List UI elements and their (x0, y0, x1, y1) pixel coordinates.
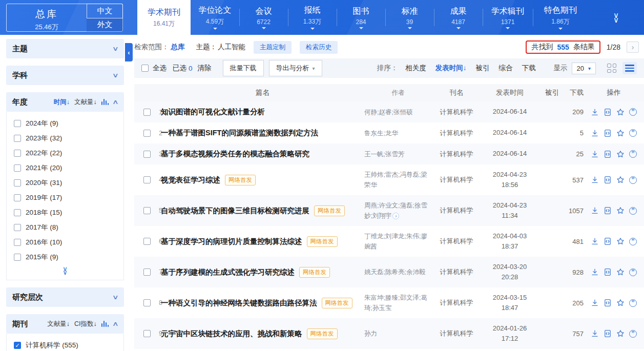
filter-header-subject[interactable]: 主题 ∨ (6, 39, 124, 58)
year-checkbox[interactable] (14, 254, 21, 261)
year-sort-by-time[interactable]: 时间↓ (54, 98, 70, 107)
chevron-up-icon[interactable]: ∧ (112, 98, 119, 106)
nav-tab-dissertations[interactable]: 学位论文 4.59万 (191, 0, 239, 35)
article-title-link[interactable]: 基于深度学习的病理切片质量控制算法综述 (161, 237, 302, 246)
batch-download-button[interactable]: 批量下载 (223, 60, 264, 76)
year-checkbox[interactable] (14, 150, 21, 157)
journal-name[interactable]: 计算机科学 (432, 267, 481, 277)
nav-tab-standards[interactable]: 标准 39 (385, 0, 434, 35)
article-title-link[interactable]: 知识图谱的可视化文献计量分析 (161, 107, 265, 117)
download-icon[interactable] (591, 150, 599, 158)
lang-tab-foreign[interactable]: 外文 (87, 18, 123, 32)
article-title-link[interactable]: 自动驾驶场景下的图像三维目标检测研究进展 (161, 206, 309, 216)
sort-relevance[interactable]: 相关度 (405, 64, 426, 73)
favorite-star-icon[interactable] (616, 299, 625, 307)
authors[interactable]: 周燕;许业文;蒲磊;徐雪妙;刘翔宇› (364, 200, 432, 221)
year-filter-option[interactable]: 2024年 (9) (7, 116, 123, 131)
favorite-star-icon[interactable] (616, 150, 625, 158)
lang-tab-chinese[interactable]: 中文 (87, 4, 123, 18)
subject-customize-button[interactable]: 主题定制 (254, 41, 292, 54)
sort-publish-time[interactable]: 发表时间↓ (435, 64, 467, 73)
year-checkbox[interactable] (14, 135, 21, 142)
html-read-icon[interactable] (604, 150, 612, 158)
year-checkbox[interactable] (14, 120, 21, 127)
row-checkbox[interactable] (143, 130, 151, 137)
cite-icon[interactable]: ” (629, 176, 637, 184)
list-view-button[interactable] (622, 62, 637, 74)
download-icon[interactable] (591, 108, 599, 116)
filter-header-journal[interactable]: 期刊 文献量↓ CI指数↓ ∧ (6, 314, 124, 334)
favorite-star-icon[interactable] (616, 329, 625, 338)
year-filter-option[interactable]: 2019年 (17) (7, 190, 123, 205)
search-history-button[interactable]: 检索历史 (300, 41, 338, 54)
journal-checkbox-checked[interactable]: ✓ (14, 342, 21, 349)
favorite-star-icon[interactable] (616, 129, 625, 137)
article-title-link[interactable]: 视觉表征学习综述 (161, 175, 220, 185)
cite-icon[interactable]: ” (629, 129, 637, 137)
journal-sort-by-count[interactable]: 文献量↓ (47, 320, 70, 328)
cite-icon[interactable]: ” (629, 207, 637, 215)
sort-download[interactable]: 下载 (522, 64, 536, 73)
sort-cited[interactable]: 被引 (476, 64, 490, 73)
html-read-icon[interactable] (604, 299, 612, 307)
bar-chart-icon[interactable] (101, 321, 109, 327)
journal-name[interactable]: 计算机科学 (432, 237, 481, 246)
journal-name[interactable]: 计算机科学 (432, 129, 481, 138)
html-read-icon[interactable] (604, 176, 612, 184)
authors[interactable]: 王一帆;张雪芳 (364, 149, 432, 159)
row-checkbox[interactable] (143, 238, 151, 245)
year-filter-option[interactable]: 2021年 (20) (7, 160, 123, 175)
year-checkbox[interactable] (14, 194, 21, 201)
chevron-down-icon[interactable]: ∨ (112, 72, 119, 79)
favorite-star-icon[interactable] (616, 176, 625, 184)
html-read-icon[interactable] (604, 329, 612, 338)
row-checkbox[interactable] (143, 109, 151, 116)
nav-tab-total-library[interactable]: 总库 25.46万 (7, 4, 87, 31)
bar-chart-icon[interactable] (101, 99, 109, 105)
cite-icon[interactable]: ” (629, 330, 637, 338)
year-filter-option[interactable]: 2023年 (32) (7, 131, 123, 146)
next-page-button[interactable]: › (627, 42, 639, 53)
favorite-star-icon[interactable] (616, 268, 625, 276)
download-icon[interactable] (591, 268, 599, 276)
year-filter-option[interactable]: 2016年 (10) (7, 235, 123, 250)
nav-tab-conferences[interactable]: 会议 6722 (239, 0, 288, 35)
favorite-star-icon[interactable] (616, 108, 625, 116)
authors[interactable]: 丁维龙;刘津龙;朱伟;廖婉茜 (364, 231, 432, 252)
download-icon[interactable] (591, 237, 599, 245)
clear-selection-button[interactable]: 清除 (198, 64, 212, 73)
favorite-star-icon[interactable] (616, 207, 625, 215)
nav-tab-academic-journals[interactable]: 学术期刊 16.41万 (137, 0, 191, 35)
html-read-icon[interactable] (604, 207, 612, 215)
year-filter-option[interactable]: 2015年 (9) (7, 250, 123, 264)
select-all-checkbox[interactable] (141, 65, 149, 72)
journal-name[interactable]: 计算机科学 (432, 206, 481, 215)
year-checkbox[interactable] (14, 164, 21, 172)
html-read-icon[interactable] (604, 108, 612, 116)
scope-value-link[interactable]: 总库 (171, 43, 185, 52)
nav-tab-academic-collections[interactable]: 学术辑刊 1371 (483, 0, 533, 35)
journal-name[interactable]: 计算机科学 (432, 150, 481, 159)
authors[interactable]: 鲁东生;龙华 (364, 128, 432, 138)
journal-sort-by-ci[interactable]: CI指数↓ (74, 320, 97, 328)
journal-name[interactable]: 计算机科学 (432, 175, 481, 184)
row-checkbox[interactable] (143, 176, 151, 183)
authors[interactable]: 朱富坤;滕臻;邵文泽;葛琦;孙玉宝 (364, 293, 432, 313)
filter-header-year[interactable]: 年度 时间↓ 文献量↓ ∧ (6, 92, 124, 112)
cite-icon[interactable]: ” (629, 150, 637, 158)
html-read-icon[interactable] (604, 237, 612, 245)
row-checkbox[interactable] (143, 330, 151, 337)
authors[interactable]: 王帅炜;雷杰;冯尊磊;梁荣华 (364, 170, 432, 190)
year-checkbox[interactable] (14, 179, 21, 187)
nav-tab-newspapers[interactable]: 报纸 1.33万 (288, 0, 337, 35)
year-checkbox[interactable] (14, 224, 21, 231)
article-title-link[interactable]: 一种基于谱图SIFT的同源频谱监测数据判定方法 (161, 128, 318, 138)
nav-tab-books[interactable]: 图书 284 (337, 0, 385, 35)
authors[interactable]: 姚天磊;陈希亮;余沛毅 (364, 267, 432, 277)
year-checkbox[interactable] (14, 239, 21, 246)
filter-header-research-level[interactable]: 研究层次 ∨ (6, 287, 124, 307)
journal-name[interactable]: 计算机科学 (432, 108, 481, 117)
expand-authors-icon[interactable]: › (392, 213, 399, 219)
journal-filter-option[interactable]: ✓ 计算机科学 (555) (7, 338, 123, 351)
download-icon[interactable] (591, 207, 599, 215)
